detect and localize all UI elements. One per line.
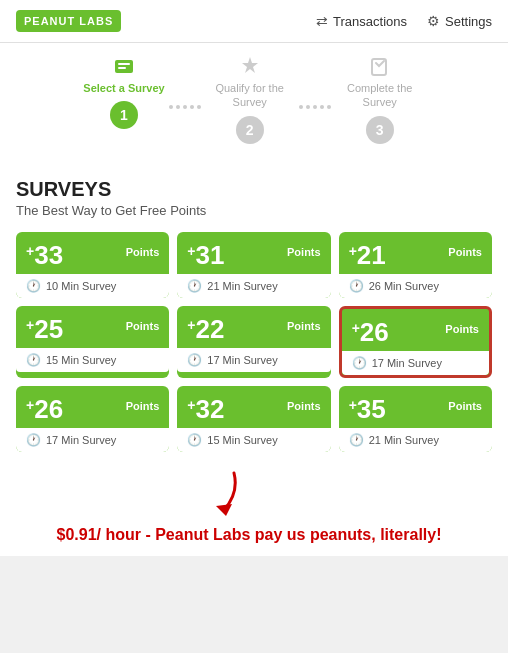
survey-card-top: +35 Points (349, 396, 482, 422)
survey-duration: 17 Min Survey (372, 357, 442, 369)
survey-card-top: +31 Points (187, 242, 320, 268)
survey-points-label: Points (448, 400, 482, 412)
step-1-circle: 1 (110, 101, 138, 129)
clock-icon: 🕐 (352, 356, 367, 370)
settings-icon: ⚙ (427, 13, 440, 29)
survey-points-label: Points (287, 246, 321, 258)
svg-rect-1 (118, 63, 130, 65)
survey-card-8[interactable]: +32 Points 🕐 15 Min Survey (177, 386, 330, 452)
survey-duration: 15 Min Survey (207, 434, 277, 446)
plus-sign: + (26, 398, 34, 412)
plus-sign: + (187, 318, 195, 332)
transactions-nav-item[interactable]: ⇄ Transactions (316, 13, 407, 29)
transactions-label: Transactions (333, 14, 407, 29)
surveys-subtitle: The Best Way to Get Free Points (16, 203, 492, 218)
survey-points-value: +25 (26, 316, 63, 342)
survey-card-bottom: 🕐 15 Min Survey (16, 348, 169, 372)
step-3-circle: 3 (366, 116, 394, 144)
clock-icon: 🕐 (349, 279, 364, 293)
connector-1 (165, 105, 205, 109)
plus-sign: + (349, 398, 357, 412)
dot-line-2 (299, 105, 331, 109)
plus-sign: + (26, 244, 34, 258)
header: PEANUT LABS ⇄ Transactions ⚙ Settings (0, 0, 508, 43)
dot (313, 105, 317, 109)
survey-card-5[interactable]: +22 Points 🕐 17 Min Survey (177, 306, 330, 378)
step-2-circle: 2 (236, 116, 264, 144)
survey-points-value: +26 (26, 396, 63, 422)
clock-icon: 🕐 (187, 279, 202, 293)
step-1-label: Select a Survey (83, 81, 164, 95)
plus-sign: + (349, 244, 357, 258)
step-2[interactable]: Qualify for the Survey 2 (205, 55, 295, 144)
survey-card-top: +21 Points (349, 242, 482, 268)
main-content: SURVEYS The Best Way to Get Free Points … (0, 162, 508, 464)
plus-sign: + (26, 318, 34, 332)
plus-sign: + (352, 321, 360, 335)
survey-card-6[interactable]: +26 Points 🕐 17 Min Survey (339, 306, 492, 378)
survey-duration: 17 Min Survey (207, 354, 277, 366)
survey-points-value: +35 (349, 396, 386, 422)
survey-card-4[interactable]: +25 Points 🕐 15 Min Survey (16, 306, 169, 378)
survey-points-value: +31 (187, 242, 224, 268)
survey-points-value: +22 (187, 316, 224, 342)
dot (183, 105, 187, 109)
survey-points-label: Points (126, 400, 160, 412)
survey-card-2[interactable]: +31 Points 🕐 21 Min Survey (177, 232, 330, 298)
survey-points-label: Points (126, 320, 160, 332)
step-1[interactable]: Select a Survey 1 (83, 55, 164, 129)
survey-card-3[interactable]: +21 Points 🕐 26 Min Survey (339, 232, 492, 298)
survey-card-top: +32 Points (187, 396, 320, 422)
transactions-icon: ⇄ (316, 13, 328, 29)
step-3-label: Complete the Survey (335, 81, 425, 110)
survey-card-top: +22 Points (187, 316, 320, 342)
dot (197, 105, 201, 109)
dot-line-1 (169, 105, 201, 109)
header-nav: ⇄ Transactions ⚙ Settings (316, 13, 492, 29)
survey-card-bottom: 🕐 21 Min Survey (339, 428, 492, 452)
step-1-icon (113, 55, 135, 77)
survey-duration: 26 Min Survey (369, 280, 439, 292)
survey-points-value: +32 (187, 396, 224, 422)
clock-icon: 🕐 (349, 433, 364, 447)
step-3-icon (369, 55, 391, 77)
survey-card-9[interactable]: +35 Points 🕐 21 Min Survey (339, 386, 492, 452)
survey-points-label: Points (445, 323, 479, 335)
dot (320, 105, 324, 109)
settings-nav-item[interactable]: ⚙ Settings (427, 13, 492, 29)
survey-card-bottom: 🕐 17 Min Survey (342, 351, 489, 375)
survey-card-7[interactable]: +26 Points 🕐 17 Min Survey (16, 386, 169, 452)
dot (169, 105, 173, 109)
arrow-icon (174, 468, 254, 518)
survey-card-bottom: 🕐 17 Min Survey (16, 428, 169, 452)
clock-icon: 🕐 (26, 433, 41, 447)
page-wrapper: PEANUT LABS ⇄ Transactions ⚙ Settings (0, 0, 508, 556)
step-3[interactable]: Complete the Survey 3 (335, 55, 425, 144)
dot (190, 105, 194, 109)
survey-card-bottom: 🕐 26 Min Survey (339, 274, 492, 298)
connector-2 (295, 105, 335, 109)
survey-card-top: +26 Points (352, 319, 479, 345)
logo: PEANUT LABS (16, 10, 121, 32)
plus-sign: + (187, 244, 195, 258)
svg-rect-0 (115, 60, 133, 73)
dot (306, 105, 310, 109)
plus-sign: + (187, 398, 195, 412)
survey-duration: 17 Min Survey (46, 434, 116, 446)
survey-points-label: Points (287, 400, 321, 412)
survey-points-label: Points (287, 320, 321, 332)
survey-card-top: +33 Points (26, 242, 159, 268)
surveys-title: SURVEYS (16, 178, 492, 201)
survey-grid: +33 Points 🕐 10 Min Survey +31 Points 🕐 … (16, 232, 492, 452)
svg-rect-2 (118, 67, 126, 69)
step-2-icon (239, 55, 261, 77)
annotation-text: $0.91/ hour - Peanut Labs pay us peanuts… (47, 518, 452, 556)
survey-points-value: +33 (26, 242, 63, 268)
survey-points-value: +26 (352, 319, 389, 345)
clock-icon: 🕐 (26, 279, 41, 293)
annotation-area: $0.91/ hour - Peanut Labs pay us peanuts… (0, 464, 508, 556)
survey-points-value: +21 (349, 242, 386, 268)
survey-card-top: +25 Points (26, 316, 159, 342)
survey-card-1[interactable]: +33 Points 🕐 10 Min Survey (16, 232, 169, 298)
survey-card-bottom: 🕐 10 Min Survey (16, 274, 169, 298)
